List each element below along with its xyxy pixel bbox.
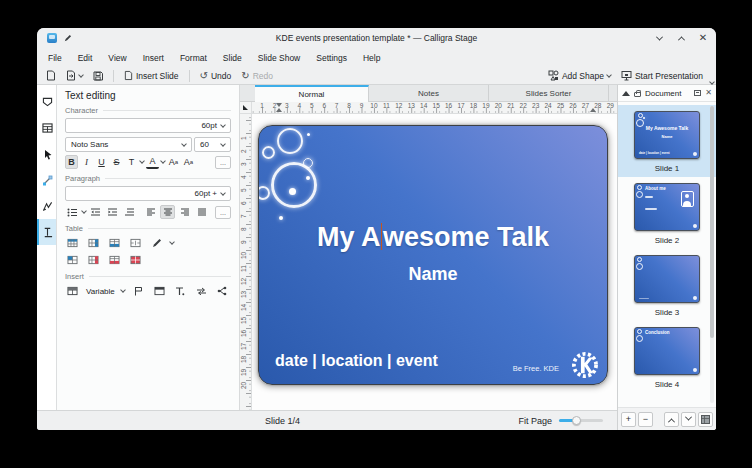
- add-slide-button[interactable]: +: [621, 412, 636, 427]
- menu-item[interactable]: Slide Show: [251, 51, 308, 65]
- font-size-combo[interactable]: 60: [194, 137, 231, 152]
- merge-cells-button[interactable]: [128, 236, 143, 250]
- margin-marker-icon[interactable]: [590, 108, 596, 112]
- toolbar-overflow-chevron-icon[interactable]: [709, 79, 715, 85]
- list-style-button[interactable]: [65, 205, 80, 219]
- align-justify-button[interactable]: [194, 205, 209, 219]
- title-bar[interactable]: KDE events presentation template * — Cal…: [37, 28, 716, 48]
- slide-footer-text[interactable]: date | location | event: [275, 352, 438, 370]
- open-document-button[interactable]: [63, 69, 86, 82]
- maximize-button[interactable]: [676, 33, 686, 43]
- delete-row-button[interactable]: [107, 253, 122, 267]
- insert-reference-button[interactable]: [215, 284, 230, 298]
- line-height-combo[interactable]: 60pt +: [65, 186, 231, 201]
- superscript-button[interactable]: Aa: [167, 155, 180, 169]
- indent-marker-icon[interactable]: [276, 108, 282, 112]
- insert-variable-button[interactable]: [65, 284, 80, 298]
- selection-tool[interactable]: [37, 141, 56, 167]
- insert-text-frame-button[interactable]: [152, 284, 167, 298]
- slide-thumbnail-1[interactable]: My Awesome Talk Name date | location | e…: [618, 105, 716, 177]
- slide-subtitle-text[interactable]: Name: [259, 264, 607, 285]
- tab-slides-sorter[interactable]: Slides Sorter: [489, 85, 609, 101]
- table-tool[interactable]: [37, 115, 56, 141]
- align-left-button[interactable]: [143, 205, 158, 219]
- change-case-chevron-icon[interactable]: [139, 158, 145, 164]
- italic-button[interactable]: I: [80, 155, 93, 169]
- undo-button[interactable]: ↺ Undo: [197, 70, 235, 82]
- paragraph-format-button[interactable]: [122, 205, 137, 219]
- text-color-button[interactable]: A: [146, 156, 159, 169]
- slide-2-preview[interactable]: About me: [634, 183, 700, 231]
- add-shape-button[interactable]: Add Shape: [545, 69, 614, 82]
- horizontal-ruler[interactable]: 1234567891011121314151617181920212223242…: [252, 102, 617, 114]
- menu-item[interactable]: File: [41, 51, 69, 65]
- lock-icon[interactable]: [634, 92, 641, 97]
- subscript-button[interactable]: Aa: [182, 155, 195, 169]
- slide-3-preview[interactable]: [634, 255, 700, 303]
- close-docker-icon[interactable]: ✕: [705, 89, 712, 97]
- collapse-icon[interactable]: [622, 91, 630, 96]
- zoom-slider[interactable]: [559, 419, 603, 422]
- new-document-button[interactable]: [43, 69, 59, 82]
- menu-item[interactable]: Format: [173, 51, 214, 65]
- character-style-combo[interactable]: 60pt: [65, 118, 231, 133]
- insert-column-button[interactable]: [86, 236, 101, 250]
- list-style-chevron-icon[interactable]: [81, 208, 87, 214]
- minimize-button[interactable]: [654, 33, 664, 43]
- ruler-corner-tabstop[interactable]: [240, 102, 252, 114]
- delete-column-button[interactable]: [86, 253, 101, 267]
- menu-item[interactable]: View: [101, 51, 133, 65]
- insert-table-button[interactable]: [65, 236, 80, 250]
- float-docker-icon[interactable]: [694, 90, 701, 96]
- table-pen-button[interactable]: [149, 236, 164, 250]
- slide-editor[interactable]: My Awesome Talk Name date | location | e…: [258, 125, 608, 385]
- open-dropdown-chevron-icon[interactable]: [78, 72, 84, 78]
- thumbnail-scrollbar[interactable]: [710, 106, 714, 403]
- menu-item[interactable]: Edit: [71, 51, 100, 65]
- table-pen-chevron-icon[interactable]: [169, 239, 175, 245]
- insert-textstyle-button[interactable]: [173, 284, 188, 298]
- tab-notes[interactable]: Notes: [369, 85, 489, 101]
- underline-button[interactable]: U: [95, 155, 108, 169]
- increase-indent-button[interactable]: [105, 205, 120, 219]
- indent-marker-icon[interactable]: [276, 103, 282, 107]
- variable-label[interactable]: Variable: [86, 287, 115, 296]
- slide-properties-button[interactable]: [698, 412, 713, 427]
- move-slide-down-button[interactable]: [681, 412, 696, 427]
- text-tool[interactable]: [37, 219, 56, 245]
- font-family-combo[interactable]: Noto Sans: [65, 137, 192, 152]
- slide-thumbnail-3[interactable]: Slide 3: [618, 249, 716, 321]
- zoom-mode-label[interactable]: Fit Page: [518, 416, 552, 426]
- slide-1-preview[interactable]: My Awesome Talk Name date | location | e…: [634, 111, 700, 159]
- change-case-button[interactable]: T: [125, 155, 138, 169]
- basic-shape-tool[interactable]: [37, 89, 56, 115]
- slide-title-text[interactable]: My Awesome Talk: [259, 222, 607, 253]
- split-cells-button[interactable]: [65, 253, 80, 267]
- insert-bookmark-button[interactable]: [131, 284, 146, 298]
- insert-row-button[interactable]: [107, 236, 122, 250]
- bold-button[interactable]: B: [65, 155, 78, 169]
- connector-tool[interactable]: [37, 167, 56, 193]
- add-shape-chevron-icon[interactable]: [606, 72, 612, 78]
- start-presentation-button[interactable]: Start Presentation: [618, 69, 706, 82]
- delete-table-button[interactable]: [128, 253, 143, 267]
- vertical-ruler[interactable]: 1234567891011121314151617181920: [240, 114, 252, 410]
- move-slide-up-button[interactable]: [664, 412, 679, 427]
- text-color-chevron-icon[interactable]: [160, 158, 166, 164]
- slide-4-preview[interactable]: Conclusion: [634, 327, 700, 375]
- save-button[interactable]: [90, 70, 106, 82]
- strikethrough-button[interactable]: S: [110, 155, 123, 169]
- menu-item[interactable]: Help: [356, 51, 387, 65]
- delete-slide-button[interactable]: −: [638, 412, 653, 427]
- align-right-button[interactable]: [177, 205, 192, 219]
- redo-button[interactable]: ↻ Redo: [238, 70, 276, 82]
- freehand-path-tool[interactable]: [37, 193, 56, 219]
- decrease-indent-button[interactable]: [88, 205, 103, 219]
- paragraph-more-button[interactable]: ...: [215, 206, 231, 219]
- slide-thumbnail-2[interactable]: About me Slide 2: [618, 177, 716, 249]
- slide-thumbnail-4[interactable]: Conclusion Slide 4: [618, 321, 716, 393]
- zoom-slider-handle[interactable]: [572, 416, 581, 425]
- menu-item[interactable]: Slide: [216, 51, 249, 65]
- slide-canvas[interactable]: My Awesome Talk Name date | location | e…: [252, 114, 617, 410]
- menu-item[interactable]: Insert: [136, 51, 171, 65]
